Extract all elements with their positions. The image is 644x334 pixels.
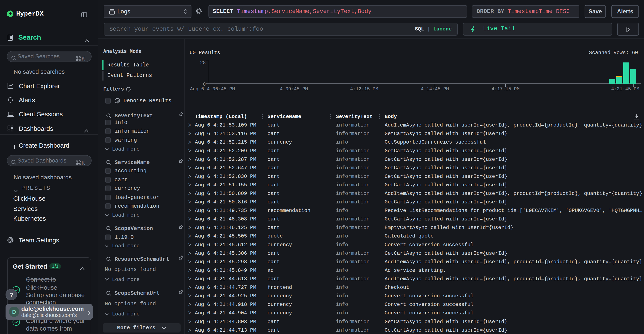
svg-text:28: 28 <box>200 60 206 66</box>
